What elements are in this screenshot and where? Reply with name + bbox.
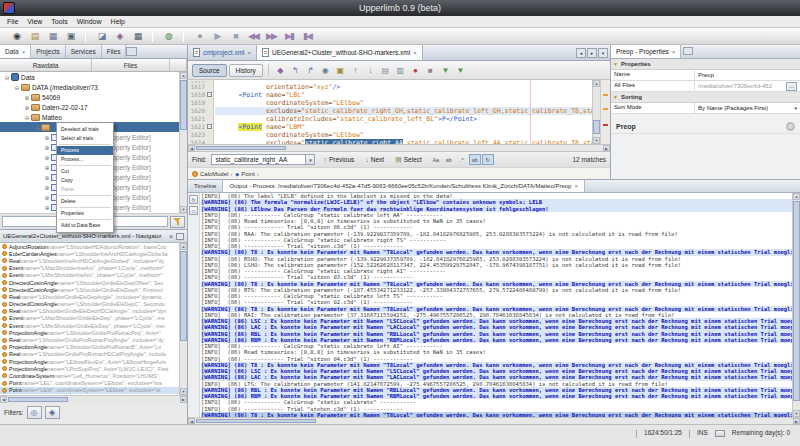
snapshot-button[interactable]: ◉ [8, 29, 24, 43]
fold-icon[interactable]: − [207, 92, 212, 97]
section-properties[interactable]: ▼Properties [611, 59, 800, 70]
menu-window[interactable]: Window [77, 18, 102, 25]
previous-occurrence-button[interactable]: ↑ [349, 64, 362, 77]
fold-icon[interactable]: − [207, 124, 212, 129]
tree-toggle-icon[interactable]: ⊖ [3, 74, 11, 81]
scroll-down-icon[interactable]: ▼ [180, 388, 187, 395]
tree-toggle-icon[interactable]: ⊕ [23, 94, 31, 101]
tree-toggle-icon[interactable]: ⊖ [23, 114, 31, 121]
menu-item-deselect-all-trials[interactable]: Deselect all trials [57, 125, 113, 134]
tree-toggle-icon[interactable]: ⊕ [43, 194, 51, 201]
tree-toggle-icon[interactable]: ⊕ [43, 164, 51, 171]
navigator-item[interactable]: Event name="LMaxShoulderGirdleEleDep", p… [0, 315, 179, 322]
tree-header-corner[interactable] [170, 59, 187, 71]
property-value[interactable]: Preop [695, 70, 800, 80]
scrollbar-thumb[interactable] [196, 419, 316, 423]
menu-item-copy[interactable]: Copy [57, 176, 113, 185]
error-stripe[interactable] [600, 80, 610, 144]
tab-projects[interactable]: Projects [31, 45, 65, 58]
tab-services[interactable]: Services [66, 45, 102, 58]
match-case-toggle[interactable]: Aa [430, 154, 442, 165]
view-source[interactable]: Source [192, 64, 227, 77]
close-icon[interactable]: × [248, 50, 252, 56]
menu-item-delete[interactable]: Delete [57, 197, 113, 206]
last-edit-button[interactable]: ◆ [274, 64, 287, 77]
menu-item-properties[interactable]: Properties [57, 209, 113, 218]
tree-row[interactable]: ⊖Data [0, 72, 179, 82]
tree-toggle-icon[interactable]: ⊕ [43, 134, 51, 141]
close-icon[interactable]: × [22, 49, 26, 55]
play-button[interactable]: ▶ [209, 29, 225, 43]
property-row[interactable]: Sort ModeBy Name (Packages First)▾ [611, 103, 800, 114]
tab-files[interactable]: Files [102, 45, 127, 58]
navigator-item[interactable]: CoordinateSystem name="Left_Humerus", Po… [0, 372, 179, 379]
menu-item-select-all-trials[interactable]: Select all trials [57, 134, 113, 143]
scroll-up-icon[interactable]: ▲ [793, 193, 800, 200]
tree-toggle-icon[interactable]: ⊕ [43, 174, 51, 181]
tab-scroll-left-icon[interactable]: ◂ [576, 48, 586, 58]
navigator-item[interactable]: DirectedCosinAngle name="LShoulderGirdle… [0, 279, 179, 286]
export-button[interactable]: ◈ [111, 29, 127, 43]
scroll-down-icon[interactable]: ▼ [793, 410, 800, 417]
scroll-up-icon[interactable]: ▲ [593, 80, 600, 87]
help-icon[interactable] [786, 122, 795, 131]
highlight-button[interactable]: ▣ [334, 64, 347, 77]
navigator-item[interactable]: Real name="LShoulderGirdleEleDepAngle", … [0, 293, 179, 300]
jump-forward-button[interactable]: ↱ [304, 64, 317, 77]
go-end-button[interactable]: ▶▮ [281, 29, 297, 43]
navigator-item[interactable]: DirectedCosinAngle name="LShoulderGirdle… [0, 301, 179, 308]
tab-list-icon[interactable]: ▾ [598, 48, 608, 58]
find-history-dropdown-icon[interactable]: ▾ [305, 155, 314, 164]
menu-tools[interactable]: Tools [51, 18, 67, 25]
output-tab-timeline[interactable]: Timeline [188, 180, 223, 192]
process-log[interactable]: [INFO] (86) The label "LELB" defined in … [201, 193, 792, 417]
save-all-button[interactable]: ▦ [129, 29, 145, 43]
navigator-item[interactable]: ProjectionAngle name="LElbowFlexExt", Ax… [0, 358, 179, 365]
log-line[interactable]: [WARNING] (86) LAC : Es konnte kein Para… [201, 324, 792, 330]
editor-hscrollbar[interactable]: ◀ ▶ [188, 144, 610, 151]
find-select-button[interactable]: ▤Select [392, 155, 425, 165]
editor-scrollbar[interactable]: ▲ ▼ [592, 80, 600, 144]
find-input[interactable]: static_calibrate_right_AA ▾ [211, 154, 315, 165]
property-value[interactable]: /media/oliver/7306ec4d-452... [695, 81, 800, 91]
import-button[interactable]: ◪ [93, 29, 109, 43]
tree-toggle-icon[interactable]: ⊕ [23, 104, 31, 111]
scrollbar-thumb[interactable] [180, 80, 187, 130]
scrollbar-thumb[interactable] [793, 201, 800, 401]
insert-mode-indicator[interactable]: INS [697, 429, 708, 436]
step-back-button[interactable]: ◀◀ [245, 29, 261, 43]
log-line[interactable]: [WARNING] (86) T8 : Es konnte kein Param… [201, 306, 792, 312]
warning-mark[interactable] [603, 94, 608, 96]
scroll-up-icon[interactable]: ▲ [180, 72, 187, 79]
panel-minimize-icon[interactable] [683, 47, 693, 55]
editor-tab-uegeneral2-cluster-without-sho-markers-xml[interactable]: UEGeneral2+Cluster_without-SHO-markers.x… [257, 45, 423, 60]
find-next-button[interactable]: ↓Next [362, 155, 387, 164]
menu-help[interactable]: Help [111, 18, 125, 25]
menu-item-process[interactable]: Process [57, 146, 113, 155]
close-icon[interactable]: × [413, 50, 417, 56]
log-line[interactable]: [WARNING] (86) LAC : Es konnte kein Para… [201, 374, 792, 380]
view-history[interactable]: History [229, 64, 263, 77]
log-line[interactable]: [WARNING] (86) RBL : Es konnte kein Para… [201, 331, 792, 337]
dropdown-icon[interactable]: ▾ [794, 105, 797, 111]
scrollbar-thumb[interactable] [8, 397, 68, 402]
filter-funnel-button[interactable] [170, 216, 185, 228]
breadcrumb-item-calcmodel[interactable]: CalcModel› [192, 171, 232, 177]
scroll-up-icon[interactable]: ▲ [180, 243, 187, 250]
stop-process-button[interactable]: □ [189, 206, 198, 215]
tree-row[interactable]: ⊕54069 [0, 92, 179, 102]
menu-item-process[interactable]: Process... [57, 155, 113, 164]
tree-row[interactable]: ⊕Daten-22-02-17 [0, 102, 179, 112]
duplicate-button[interactable]: ▦ [44, 29, 60, 43]
navigator-item[interactable]: ProjectionAngle name="LShoulderGirdlePro… [0, 329, 179, 336]
navigator-item[interactable]: ProjectionAngle name="LShoulderGirdlePro… [0, 344, 179, 351]
filter-fields-button[interactable]: ◈ [45, 406, 60, 419]
jump-back-button[interactable]: ↰ [289, 64, 302, 77]
regexp-toggle[interactable]: .* [456, 154, 468, 165]
property-row[interactable]: NamePreop [611, 70, 800, 81]
navigator-item[interactable]: ProjectionAngle name="LProSupiProj", Axi… [0, 365, 179, 372]
menu-item-paste[interactable]: Paste [57, 185, 113, 194]
go-start-button[interactable]: ▮◀ [299, 29, 315, 43]
tree-row[interactable]: ⊖Matteo [0, 112, 179, 122]
navigator-item[interactable]: Real name="LShoulderGirdleEleDepHDCalAng… [0, 308, 179, 315]
